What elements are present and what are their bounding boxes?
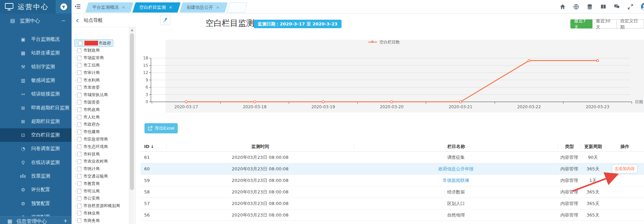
col-type[interactable]: 类型 xyxy=(558,144,581,150)
tree-node-市应急管理局[interactable]: 市应急管理局 xyxy=(74,136,108,143)
sidebar-item-错误链接监测[interactable]: ∾错误链接监测 xyxy=(0,87,72,101)
tree-node-市国资委[interactable]: 市国资委 xyxy=(74,99,100,106)
sidebar-item-平台监测概况[interactable]: ▣平台监测概况 xyxy=(0,33,72,46)
tree-scrollbar[interactable]: ▲ xyxy=(129,27,135,224)
chat-icon[interactable] xyxy=(614,4,620,10)
expand-icon[interactable] xyxy=(627,4,633,10)
checkbox[interactable] xyxy=(77,218,81,223)
tree-node-市商务局[interactable]: 市商务局 xyxy=(74,217,100,224)
tree-node-市民政局[interactable]: 市民政局 xyxy=(74,106,100,113)
checkbox[interactable] xyxy=(77,93,81,97)
checkbox[interactable] xyxy=(77,196,81,201)
home-icon[interactable] xyxy=(560,4,566,10)
checkbox[interactable] xyxy=(77,63,81,68)
tree-node-市统计局[interactable]: 市统计局 xyxy=(74,166,100,172)
menu-fold-icon[interactable] xyxy=(75,4,81,10)
globe-icon[interactable] xyxy=(573,4,579,10)
table-row-58[interactable]: 582020年03月23日 08:00:08经济数据内容管理365天 xyxy=(141,186,644,198)
table-row-56[interactable]: 562020年03月23日 08:00:08自然地理内容管理365天 xyxy=(141,209,644,221)
checkbox[interactable] xyxy=(77,144,81,149)
sidebar-item-预警配置[interactable]: ⚙预警配置 xyxy=(0,197,72,210)
checkbox[interactable] xyxy=(77,78,81,82)
range-button-1[interactable]: 最近7天 xyxy=(570,19,592,29)
sidebar-item-投票监测[interactable]: ılı投票监测 xyxy=(0,169,72,183)
export-excel-button[interactable]: 导出Excel xyxy=(144,123,178,133)
table-row-59[interactable]: 592020年03月23日 08:00:08常德新闻联播内容管理1天 xyxy=(141,175,644,186)
col-action[interactable]: 操作 xyxy=(605,144,644,150)
checkbox[interactable] xyxy=(77,70,81,75)
sidebar-item-空白栏目监测[interactable]: ⊡空白栏目监测 xyxy=(0,128,72,142)
checkbox[interactable] xyxy=(77,130,81,134)
tree-node-市教育局[interactable]: 市教育局 xyxy=(74,180,100,187)
table-row-60[interactable]: 602020年03月23日 08:00:08政府信息公开年报内容管理365天去添… xyxy=(141,163,644,175)
tree-node-市林业局[interactable]: 市林业局 xyxy=(74,210,100,217)
tree-node-市审计局[interactable]: 市审计局 xyxy=(74,69,100,76)
sidebar-item-敏感词监测[interactable]: ▥敏感词监测 xyxy=(0,74,72,87)
tree-node-市交通运输局[interactable]: 市交通运输局 xyxy=(74,173,108,180)
sort-desc-icon[interactable]: ↓ xyxy=(151,144,154,149)
sidebar-item-超期栏目监测[interactable]: ⊠超期栏目监测 xyxy=(0,115,72,128)
expand-icon[interactable]: + xyxy=(63,218,67,224)
tree-node-市公安局[interactable]: 市公安局 xyxy=(74,195,100,202)
book-icon[interactable] xyxy=(600,4,606,10)
tree-node-市场监管局[interactable]: 市场监管局 xyxy=(74,55,104,61)
close-icon[interactable]: × xyxy=(216,5,219,10)
tree-node-市生态环境局[interactable]: 市生态环境局 xyxy=(74,143,108,150)
col-time[interactable]: 监测时间 xyxy=(166,144,354,150)
checkbox[interactable] xyxy=(77,181,81,186)
checkbox[interactable] xyxy=(78,41,82,45)
tree-node-市自然资源和规划局[interactable]: 市自然资源和规划局 xyxy=(74,203,120,209)
checkbox[interactable] xyxy=(77,115,81,119)
tree-node-市水利局[interactable]: 市水利局 xyxy=(74,77,100,83)
tree-node-市司法局[interactable]: 市司法局 xyxy=(74,188,100,194)
range-button-2[interactable]: 最近30天 xyxy=(592,19,617,29)
add-content-button[interactable]: 去添加内容 xyxy=(612,164,638,173)
sidebar-item-评分配置[interactable]: ⚙评分配置 xyxy=(0,183,72,197)
checkbox[interactable] xyxy=(77,100,81,105)
checkbox[interactable] xyxy=(77,85,81,90)
checkbox[interactable] xyxy=(77,189,81,193)
sidebar-item-在线访谈监测[interactable]: ⚲在线访谈监测 xyxy=(0,156,72,169)
cell-column-name-link[interactable]: 常德新闻联播 xyxy=(354,178,558,184)
tab-2[interactable]: 空白栏目监测× xyxy=(132,2,180,13)
tree-node-市科技局[interactable]: 市科技局 xyxy=(74,151,100,157)
sidebar-section-info-center[interactable]: ▦ 信息管理中心 + xyxy=(0,216,72,224)
checkbox[interactable] xyxy=(77,159,81,164)
tree-node-市农业农村局[interactable]: 市农业农村局 xyxy=(74,158,108,165)
checkbox[interactable] xyxy=(77,122,81,127)
chevron-left-icon[interactable]: ‹ xyxy=(76,17,79,24)
tree-node-市政府办[interactable]: 市政府办 xyxy=(74,121,100,128)
tree-node-市财政局[interactable]: 市财政局 xyxy=(74,47,100,54)
tree-node-市政府[interactable]: 市政府 xyxy=(74,39,113,47)
table-row-57[interactable]: 572020年03月23日 08:00:08区划人口内容管理365天 xyxy=(141,198,644,209)
checkbox[interactable] xyxy=(77,211,81,216)
sidebar-item-即将超期栏目监测[interactable]: ⊞即将超期栏目监测 xyxy=(0,101,72,115)
tree-node-市城管执法局[interactable]: 市城管执法局 xyxy=(74,92,108,98)
checkbox[interactable] xyxy=(77,167,81,171)
user-avatar[interactable] xyxy=(641,3,644,11)
tab-1[interactable]: 平台监测概况× xyxy=(85,2,133,13)
sidebar-section-monitor-center[interactable]: ▤ 监测中心 − xyxy=(0,14,72,28)
checkbox[interactable] xyxy=(77,152,81,156)
tree-node-市工信局[interactable]: 市工信局 xyxy=(74,62,100,69)
tree-node-市住建局[interactable]: 市住建局 xyxy=(74,129,100,135)
close-icon[interactable]: × xyxy=(169,5,172,10)
checkbox[interactable] xyxy=(77,137,81,142)
scroll-up-icon[interactable]: ▲ xyxy=(129,27,135,33)
checkbox[interactable] xyxy=(77,56,81,60)
sidebar-item-站群连通监测[interactable]: ▦站群连通监测 xyxy=(0,46,72,60)
col-id[interactable]: ID↓ xyxy=(141,144,166,149)
checkbox[interactable] xyxy=(77,48,81,53)
range-button-3[interactable]: 自定义日期 xyxy=(617,19,644,29)
table-row-61[interactable]: 612020年03月23日 08:00:08调查征集内容管理90天 xyxy=(141,152,644,163)
close-icon[interactable]: × xyxy=(122,5,125,10)
table-row-55[interactable]: 552020年03月23日 08:00:08内容管理365天 xyxy=(141,221,644,224)
scrollbar-thumb[interactable] xyxy=(130,33,134,190)
col-period[interactable]: 更新周期 xyxy=(581,144,605,150)
col-name[interactable]: 栏目名称 xyxy=(354,144,558,150)
app-switcher[interactable]: ▼ xyxy=(56,0,72,14)
tab-3[interactable]: 创建信息公开× xyxy=(180,2,228,13)
sidebar-item-问卷调查监测[interactable]: ◔问卷调查监测 xyxy=(0,142,72,155)
cell-column-name-link[interactable]: 政府信息公开年报 xyxy=(354,166,558,172)
tree-node-市人社局[interactable]: 市人社局 xyxy=(74,114,100,120)
